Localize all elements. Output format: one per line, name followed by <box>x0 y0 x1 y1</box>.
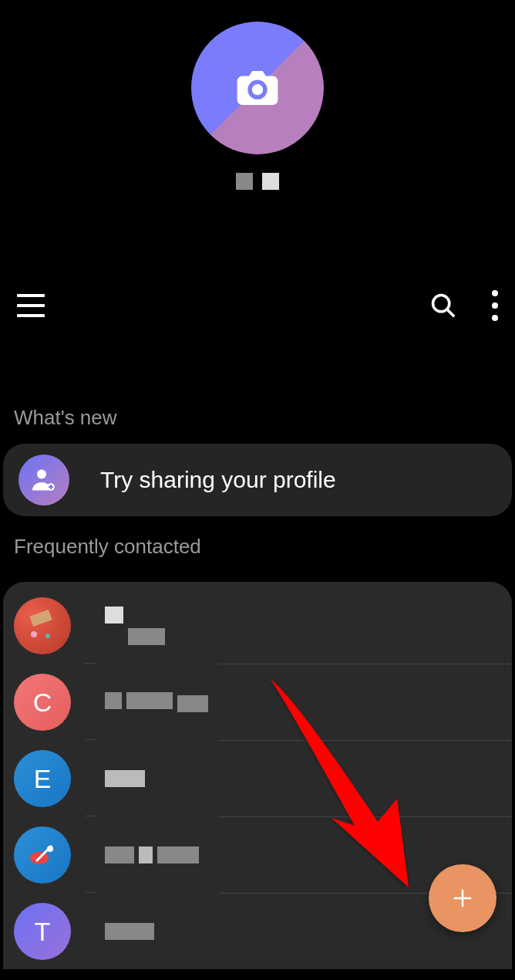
svg-point-3 <box>37 470 46 479</box>
svg-line-2 <box>448 310 455 317</box>
svg-point-6 <box>31 631 37 637</box>
contact-name-redacted <box>105 847 199 863</box>
contact-name-redacted <box>105 692 208 712</box>
section-frequently-contacted: Frequently contacted <box>0 516 515 573</box>
add-button[interactable] <box>429 864 496 932</box>
avatar <box>14 826 71 884</box>
contact-name-redacted <box>105 770 145 787</box>
avatar: T <box>14 903 71 960</box>
svg-point-7 <box>45 634 50 638</box>
person-share-icon <box>19 455 69 505</box>
more-icon[interactable] <box>492 290 498 321</box>
section-whats-new: What's new <box>0 329 515 444</box>
hamburger-icon[interactable] <box>17 294 45 317</box>
avatar: E <box>14 750 71 807</box>
index-letter: & <box>0 969 515 980</box>
list-item[interactable] <box>3 588 512 664</box>
avatar: C <box>14 674 71 731</box>
toolbar <box>0 190 515 329</box>
camera-icon <box>237 71 278 105</box>
profile-avatar[interactable] <box>191 22 324 154</box>
profile-name-redacted <box>236 173 279 190</box>
profile-header <box>0 0 515 190</box>
list-item[interactable]: E <box>3 741 512 816</box>
share-profile-text: Try sharing your profile <box>100 467 336 493</box>
avatar <box>14 597 71 654</box>
contact-name-redacted <box>105 607 165 645</box>
plus-icon <box>451 887 474 910</box>
search-icon[interactable] <box>430 292 456 319</box>
share-profile-card[interactable]: Try sharing your profile <box>3 444 512 516</box>
svg-rect-5 <box>29 610 52 627</box>
svg-point-10 <box>47 846 53 852</box>
contact-name-redacted <box>105 923 154 940</box>
svg-point-1 <box>433 296 449 312</box>
list-item[interactable]: C <box>3 664 512 740</box>
